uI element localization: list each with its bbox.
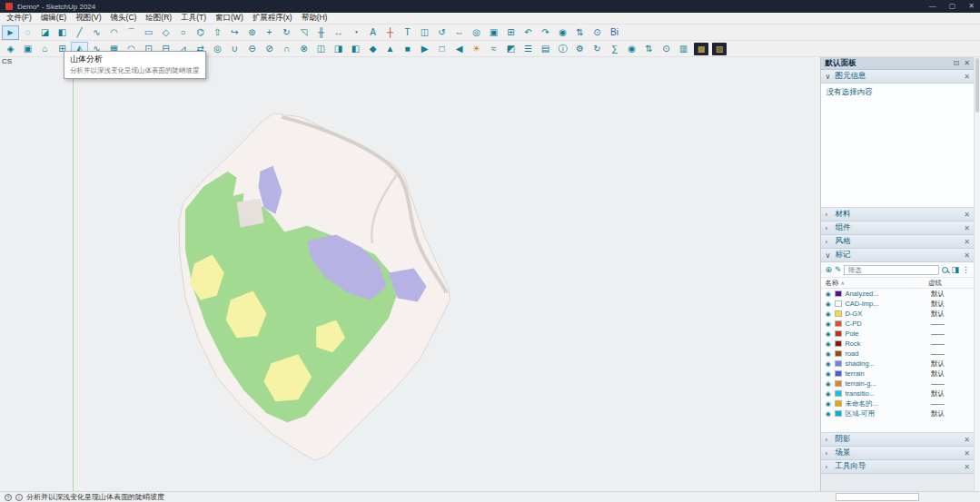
tag-row[interactable]: ◉ shading... 默认 [821, 359, 974, 369]
visibility-eye-icon[interactable]: ◉ [824, 370, 832, 377]
bi-plugin-button[interactable]: Bi [606, 25, 623, 40]
statistics-icon[interactable]: ∑ [606, 42, 623, 56]
solid-trim-icon[interactable]: ⊘ [261, 42, 278, 56]
right-view-icon[interactable]: ▶ [416, 42, 433, 56]
select-icon[interactable]: ► [2, 25, 19, 40]
zoom-extents-icon[interactable]: ⊞ [502, 25, 520, 40]
make-component-icon[interactable]: ◈ [2, 42, 19, 56]
image-export-icon[interactable]: ▥ [675, 42, 692, 56]
rotated-rectangle-icon[interactable]: ◇ [157, 25, 174, 40]
tag-row[interactable]: ◉ road —— [821, 349, 974, 359]
tag-row[interactable]: ◉ transitio... 默认 [821, 389, 974, 399]
tag-row[interactable]: ◉ C-PD —— [821, 319, 974, 329]
panel-section-header[interactable]: › 阴影 ✕ [821, 433, 974, 447]
polygon-icon[interactable]: ⌬ [192, 25, 209, 40]
zoom-window-icon[interactable]: ▣ [485, 25, 502, 40]
move-icon[interactable]: + [261, 25, 278, 40]
tag-dash-style[interactable]: 默认 [931, 359, 971, 369]
visibility-eye-icon[interactable]: ◉ [824, 300, 832, 307]
tag-dash-style[interactable]: —— [931, 349, 971, 358]
solid-intersect-icon[interactable]: ∩ [278, 42, 295, 56]
tray-close-icon[interactable]: ✕ [964, 59, 970, 67]
visibility-eye-icon[interactable]: ◉ [824, 310, 832, 317]
panel-section-header[interactable]: › 工具向导 ✕ [821, 460, 974, 474]
close-icon[interactable]: ✕ [964, 251, 970, 260]
tag-dash-style[interactable]: 默认 [931, 310, 971, 319]
tag-color-swatch[interactable] [835, 300, 842, 307]
tag-row[interactable]: ◉ 未命名的... —— [821, 399, 974, 408]
previous-view-icon[interactable]: ↶ [520, 25, 537, 40]
tag-dash-style[interactable]: 默认 [931, 290, 971, 299]
zoom-icon[interactable]: ◎ [468, 25, 485, 40]
orbit-icon[interactable]: ↺ [433, 25, 450, 40]
tag-dash-style[interactable]: 默认 [931, 409, 971, 418]
tag-color-swatch[interactable] [835, 290, 842, 297]
tags-header[interactable]: ∨ 标记 ✕ [821, 249, 974, 262]
tag-row[interactable]: ◉ terrain 默认 [821, 369, 974, 379]
back-view-icon[interactable]: □ [433, 42, 450, 56]
iso-view-icon[interactable]: ◆ [364, 42, 381, 56]
terrain-model[interactable] [0, 57, 820, 491]
menu-item[interactable]: 窗口(W) [211, 13, 248, 24]
tag-color-swatch[interactable] [835, 350, 842, 357]
visibility-eye-icon[interactable]: ◉ [824, 380, 832, 387]
tag-color-swatch[interactable] [835, 400, 842, 407]
close-icon[interactable]: ✕ [964, 463, 970, 471]
axes-icon[interactable]: ┼ [381, 25, 399, 40]
paint-bucket-icon[interactable]: ◧ [54, 25, 71, 40]
visibility-eye-icon[interactable]: ◉ [824, 410, 832, 417]
tag-dash-style[interactable]: 默认 [931, 300, 971, 309]
circle-icon[interactable]: ○ [174, 25, 192, 40]
tag-filter-input[interactable] [844, 265, 939, 275]
section-display-icon[interactable]: ◨ [330, 42, 347, 56]
dimension-icon[interactable]: ↔ [330, 25, 347, 40]
tag-color-swatch[interactable] [835, 340, 842, 347]
styles-icon[interactable]: ◩ [502, 42, 520, 56]
component-options-icon[interactable]: ▣ [19, 42, 36, 56]
geolocation-icon[interactable]: ? [5, 494, 12, 501]
menu-item[interactable]: 镜头(C) [106, 13, 142, 24]
close-icon[interactable]: ✕ [968, 3, 975, 10]
tag-row[interactable]: ◉ Rock —— [821, 339, 974, 349]
search-icon[interactable] [942, 267, 948, 273]
tag-dash-style[interactable]: —— [931, 330, 971, 338]
tag-color-swatch[interactable] [835, 380, 842, 387]
menu-item[interactable]: 文件(F) [2, 13, 36, 24]
tray-titlebar[interactable]: 默认面板 ⊡ ✕ [821, 57, 974, 70]
info-icon[interactable]: i [15, 494, 23, 501]
3d-warehouse-icon[interactable]: ⌂ [36, 42, 54, 56]
tag-color-swatch[interactable] [835, 310, 842, 317]
close-icon[interactable]: ✕ [964, 449, 970, 458]
visibility-eye-icon[interactable]: ◉ [824, 390, 832, 397]
visibility-eye-icon[interactable]: ◉ [824, 320, 832, 327]
model-viewport[interactable]: CS [0, 57, 820, 491]
tag-dash-style[interactable]: —— [931, 340, 971, 348]
3d-text-icon[interactable]: T [399, 25, 416, 40]
solid-subtract-icon[interactable]: ⊖ [243, 42, 261, 56]
next-view-icon[interactable]: ↷ [537, 25, 554, 40]
menu-item[interactable]: 工具(T) [176, 13, 211, 24]
two-point-arc-icon[interactable]: ⌒ [123, 25, 140, 40]
visibility-eye-icon[interactable]: ◉ [824, 290, 832, 297]
section-plane-icon[interactable]: ◫ [416, 25, 433, 40]
panel-section-header[interactable]: › 场景 ✕ [821, 447, 974, 460]
scenes-icon[interactable]: ▤ [537, 42, 554, 56]
front-view-icon[interactable]: ■ [399, 42, 416, 56]
tag-row[interactable]: ◉ terrain-g... —— [821, 379, 974, 389]
tag-color-swatch[interactable] [835, 330, 842, 337]
menu-item[interactable]: 绘图(R) [141, 13, 176, 24]
close-icon[interactable]: ✕ [964, 436, 970, 444]
layers-icon[interactable]: ☰ [520, 42, 537, 56]
text-icon[interactable]: A [364, 25, 381, 40]
entity-info-header[interactable]: ∨ 图元信息 ✕ [821, 70, 974, 84]
section-plane-icon[interactable]: ◫ [312, 42, 330, 56]
panel-section-header[interactable]: › 材料 ✕ [821, 208, 974, 221]
scrollbar-thumb[interactable] [975, 58, 979, 113]
visibility-eye-icon[interactable]: ◉ [824, 400, 832, 407]
outer-shell-icon[interactable]: ◎ [209, 42, 226, 56]
position-camera-icon[interactable]: ◉ [554, 25, 571, 40]
tag-menu-icon[interactable]: ⋮ [962, 266, 970, 274]
tag-color-swatch[interactable] [835, 410, 842, 417]
maximize-icon[interactable]: ▢ [949, 3, 956, 10]
tag-dash-style[interactable]: —— [931, 320, 971, 328]
